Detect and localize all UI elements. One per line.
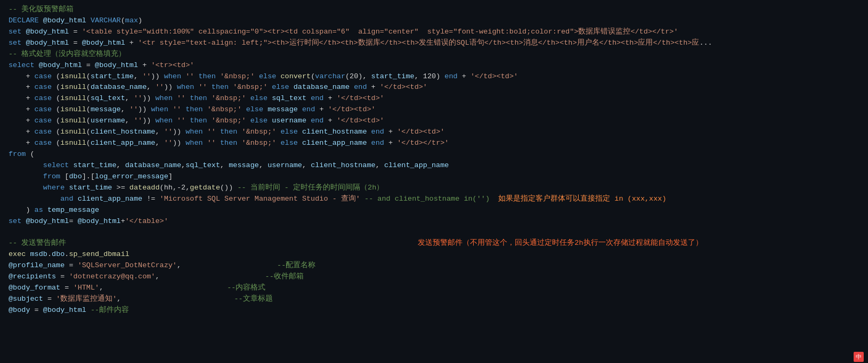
line-17: where start_time >= dateadd(hh,-2,getdat… [0, 183, 868, 194]
line-12: + case (isnull(client_hostname, '')) whe… [0, 127, 868, 138]
line-9: + case (isnull(sql_text, '')) when '' th… [0, 93, 868, 104]
line-10: + case (isnull(message, '')) when '' the… [0, 104, 868, 116]
line-6: select @body_html = @body_html + '<tr><t… [0, 60, 868, 71]
line-19: ) as temp_message [0, 205, 868, 216]
line-2: DECLARE @body_html VARCHAR(max) [0, 15, 868, 27]
line-8: + case (isnull(database_name, '')) when … [0, 82, 868, 93]
watermark: 中 [854, 352, 864, 362]
line-14: from ( [0, 149, 868, 160]
line-11: + case (isnull(username, '')) when '' th… [0, 116, 868, 127]
line-4: set @body_html = @body_html + '<tr style… [0, 38, 868, 49]
code-editor: -- 美化版预警邮箱 DECLARE @body_html VARCHAR(ma… [0, 0, 868, 363]
line-5: -- 格式处理（没内容就空格填充） [0, 49, 868, 60]
line-23: @profile_name = 'SQLServer_DotNetCrazy',… [0, 260, 868, 271]
line-26: @subject = '数据库监控通知',--文章标题 [0, 294, 868, 305]
line-22: exec msdb.dbo.sp_send_dbmail [0, 249, 868, 260]
line-1: -- 美化版预警邮箱 [0, 4, 868, 15]
line-25: @body_format = 'HTML',--内容格式 [0, 283, 868, 294]
line-16: from [dbo].[log_error_message] [0, 171, 868, 183]
line-7: + case (isnull(start_time, '')) when '' … [0, 71, 868, 82]
line-15: select start_time, database_name,sql_tex… [0, 160, 868, 171]
line-24: @recipients = 'dotnetcrazy@qq.com',--收件邮… [0, 271, 868, 283]
line-27: @body = @body_html --邮件内容 [0, 305, 868, 316]
line-13: + case (isnull(client_app_name, '')) whe… [0, 138, 868, 149]
line-21: -- 发送警告邮件发送预警邮件（不用管这个，回头通过定时任务2h执行一次存储过程… [0, 238, 868, 249]
line-18: and client_app_name != 'Microsoft SQL Se… [0, 194, 868, 205]
line-blank [0, 227, 868, 238]
line-20: set @body_html= @body_html+'</table>' [0, 216, 868, 227]
line-3: set @body_html = '<table style="width:10… [0, 27, 868, 38]
